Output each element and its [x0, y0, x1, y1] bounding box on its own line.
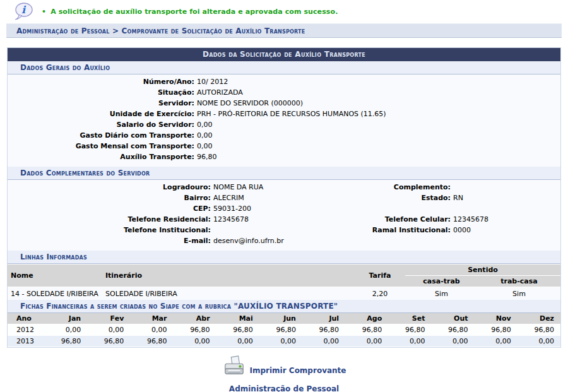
table-row-2012: 2012 0,00 0,00 0,00 96,80 96,80 96,80 96… [8, 324, 560, 336]
field-value [451, 235, 453, 246]
field-salario-servidor: Salario do Servidor: 0,00 [8, 119, 560, 130]
ficha-valor: 0,00 [518, 336, 560, 347]
page-title: Dados da Solicitação de Auxílio Transpor… [8, 48, 560, 61]
field-value [451, 203, 453, 214]
column-header-out: Out [431, 313, 474, 324]
ficha-valor: 0,00 [44, 324, 87, 336]
field-value: desenv@info.ufrn.br [211, 235, 292, 246]
linhas-table: Nome Itinerário Tarifa Sentido casa-trab… [8, 264, 560, 300]
column-header-mar: Mar [130, 313, 173, 324]
column-header-set: Set [388, 313, 431, 324]
column-header-jan: Jan [44, 313, 87, 324]
ficha-valor: 96,80 [431, 324, 474, 336]
field-label: Telefone Institucional: [8, 225, 211, 235]
field-label: Complemento: [292, 182, 451, 193]
field-value: 96,80 [194, 151, 217, 162]
ficha-valor: 96,80 [518, 324, 560, 336]
field-gasto-mensal: Gasto Mensal com Transporte: 0,00 [8, 141, 560, 151]
field-value: PRH - PRÓ-REITORIA DE RECURSOS HUMANOS (… [194, 109, 386, 119]
info-icon: i [14, 2, 33, 22]
field-label: Número/Ano: [8, 76, 194, 87]
field-label: Gasto Mensal com Transporte: [8, 141, 194, 151]
linha-itinerario: SOLEDADE I/RIBEIRA [102, 287, 355, 300]
column-header-nov: Nov [475, 313, 518, 324]
ficha-valor: 96,80 [216, 324, 259, 336]
field-value: AUTORIZADA [194, 87, 243, 98]
ficha-valor: 0,00 [388, 336, 431, 347]
field-label: CEP: [8, 203, 211, 214]
imprimir-comprovante-link[interactable]: Imprimir Comprovante [250, 366, 346, 375]
field-value: 12345678 [451, 214, 488, 225]
ficha-ano: 2012 [8, 324, 44, 336]
field-label: Estado: [292, 193, 451, 203]
ficha-valor: 96,80 [302, 324, 345, 336]
main-panel: Dados da Solicitação de Auxílio Transpor… [7, 47, 561, 348]
field-value: 0,00 [194, 130, 213, 141]
linha-casa-trab: Sim [405, 287, 478, 300]
message-text: A solicitação de auxílio transporte foi … [50, 8, 338, 16]
success-message: •A solicitação de auxílio transporte foi… [33, 2, 338, 16]
table-row: 14 - SOLEDADE I/RIBEIRA SOLEDADE I/RIBEI… [8, 287, 560, 300]
column-header-jun: Jun [259, 313, 302, 324]
field-label: Ramal Institucional: [292, 225, 451, 235]
field-auxilio-transporte: Auxílio Transporte: 96,80 [8, 151, 560, 162]
column-header-jul: Jul [302, 313, 345, 324]
administracao-de-pessoal-link[interactable]: Administração de Pessoal [229, 384, 339, 392]
ficha-valor: 0,00 [173, 336, 216, 347]
field-row-logradouro-complemento: Logradouro: NOME DA RUA Complemento: [8, 182, 560, 193]
table-row-2013: 2013 96,80 96,80 96,80 0,00 0,00 0,00 0,… [8, 336, 560, 347]
linha-tarifa: 2,20 [355, 287, 405, 300]
field-label: Unidade de Exercício: [8, 109, 194, 119]
field-value: 0,00 [194, 141, 213, 151]
field-value [451, 182, 453, 193]
field-value [211, 225, 292, 235]
field-label: Logradouro: [8, 182, 211, 193]
field-label: Servidor: [8, 98, 194, 109]
print-action: Imprimir Comprovante [0, 356, 568, 379]
field-label: Telefone Residencial: [8, 214, 211, 225]
column-header-ago: Ago [345, 313, 388, 324]
field-row-cep: CEP: 59031-200 [8, 203, 560, 214]
ficha-valor: 96,80 [130, 336, 173, 347]
ficha-valor: 0,00 [431, 336, 474, 347]
column-header-abr: Abr [173, 313, 216, 324]
field-row-email: E-mail: desenv@info.ufrn.br [8, 235, 560, 246]
ficha-ano: 2013 [8, 336, 44, 347]
column-header-nome: Nome [8, 264, 102, 287]
field-value: 0000 [451, 225, 471, 235]
ficha-valor: 0,00 [475, 336, 518, 347]
column-header-casa-trab: casa-trab [405, 276, 478, 287]
field-situacao: Situação: AUTORIZADA [8, 87, 560, 98]
ficha-valor: 0,00 [216, 336, 259, 347]
field-label [292, 235, 451, 246]
column-header-mai: Mai [216, 313, 259, 324]
ficha-valor: 96,80 [173, 324, 216, 336]
field-gasto-diario: Gasto Diário com Transporte: 0,00 [8, 130, 560, 141]
column-header-fev: Fev [87, 313, 130, 324]
section-header-dados-gerais: Dados Gerais do Auxílio [8, 61, 560, 74]
field-value: 59031-200 [211, 203, 292, 214]
field-label: Salario do Servidor: [8, 119, 194, 130]
section-dados-complementares: Logradouro: NOME DA RUA Complemento: Bai… [8, 180, 560, 251]
column-header-dez: Dez [518, 313, 560, 324]
ficha-valor: 0,00 [302, 336, 345, 347]
printer-icon[interactable] [222, 355, 246, 380]
field-label: E-mail: [8, 235, 211, 246]
field-label: Gasto Diário com Transporte: [8, 130, 194, 141]
field-label [292, 203, 451, 214]
section-header-linhas-informadas: Linhas Informadas [8, 251, 560, 264]
breadcrumb[interactable]: Administração de Pessoal > Comprovante d… [6, 23, 562, 38]
field-value: NOME DA RUA [211, 182, 292, 193]
field-value: RN [451, 193, 463, 203]
ficha-valor: 96,80 [259, 324, 302, 336]
field-value: NOME DO SERVIDOR (000000) [194, 98, 303, 109]
ficha-valor: 96,80 [388, 324, 431, 336]
field-label: Situação: [8, 87, 194, 98]
ficha-valor: 96,80 [87, 336, 130, 347]
field-numero-ano: Número/Ano: 10/ 2012 [8, 76, 560, 87]
ficha-valor: 0,00 [130, 324, 173, 336]
field-label: Bairro: [8, 193, 211, 203]
section-dados-gerais: Número/Ano: 10/ 2012 Situação: AUTORIZAD… [8, 74, 560, 167]
field-row-telefones: Telefone Residencial: 12345678 Telefone … [8, 214, 560, 225]
linha-nome: 14 - SOLEDADE I/RIBEIRA [8, 287, 102, 300]
